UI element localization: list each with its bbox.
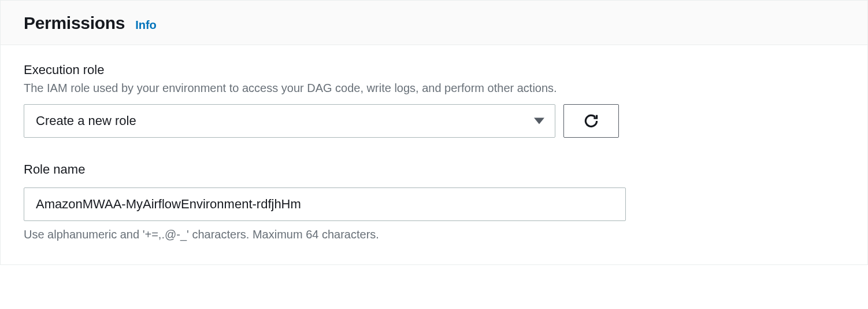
execution-role-field: Execution role The IAM role used by your… <box>24 62 844 138</box>
panel-title: Permissions <box>24 13 125 33</box>
execution-role-select[interactable]: Create a new role <box>24 104 555 138</box>
execution-role-row: Create a new role <box>24 104 844 138</box>
execution-role-description: The IAM role used by your environment to… <box>24 80 844 96</box>
panel-body: Execution role The IAM role used by your… <box>1 45 867 264</box>
caret-down-icon <box>534 118 544 124</box>
refresh-icon <box>583 113 599 129</box>
role-name-input[interactable] <box>24 187 626 221</box>
role-name-label: Role name <box>24 162 844 177</box>
info-link[interactable]: Info <box>135 19 157 32</box>
permissions-panel: Permissions Info Execution role The IAM … <box>0 0 868 265</box>
refresh-button[interactable] <box>563 104 619 138</box>
role-name-field: Role name Use alphanumeric and '+=,.@-_'… <box>24 162 844 241</box>
execution-role-selected-value: Create a new role <box>36 113 136 128</box>
panel-header: Permissions Info <box>1 1 867 45</box>
execution-role-label: Execution role <box>24 62 844 78</box>
role-name-hint: Use alphanumeric and '+=,.@-_' character… <box>24 228 844 241</box>
